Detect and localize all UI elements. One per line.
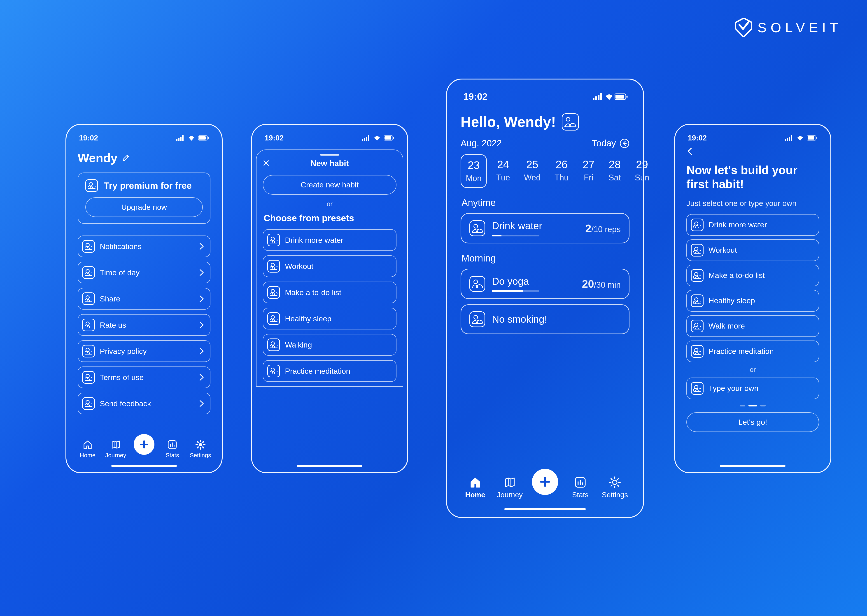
image-icon [691, 294, 704, 307]
stats-icon [574, 476, 587, 489]
screen-home: 19:02 Hello, Wendy! Aug. 2022 Today 23Mo… [446, 79, 644, 518]
nav-home[interactable]: Home [463, 476, 488, 499]
preset-drink-more-water[interactable]: Drink more water [263, 229, 396, 251]
today-button[interactable]: Today [592, 138, 630, 148]
settings-item-privacy-policy[interactable]: Privacy policy [78, 340, 210, 362]
svg-rect-23 [393, 137, 394, 139]
chevron-right-icon [199, 400, 204, 407]
habit-card-do-yoga[interactable]: Do yoga20/30 min [460, 269, 630, 299]
svg-rect-27 [600, 93, 602, 100]
signal-icon [176, 135, 185, 141]
lets-go-button[interactable]: Let's go! [686, 412, 819, 432]
home-indicator [111, 465, 177, 467]
habit-card-no-smoking-[interactable]: No smoking! [460, 304, 630, 334]
image-icon [691, 218, 704, 231]
settings-item-send-feedback[interactable]: Send feedback [78, 393, 210, 414]
habit-group-label: Morning [462, 253, 630, 264]
svg-rect-30 [627, 96, 628, 98]
svg-rect-2 [180, 137, 182, 141]
settings-item-share[interactable]: Share [78, 288, 210, 310]
or-divider: or [263, 200, 396, 208]
greeting: Hello, Wendy! [460, 113, 556, 130]
map-icon [503, 476, 516, 489]
back-circle-icon [620, 138, 630, 148]
settings-item-time-of-day[interactable]: Time of day [78, 262, 210, 283]
back-button[interactable] [686, 147, 819, 157]
calendar-day-27[interactable]: 27Fri [578, 154, 599, 188]
habit-group-label: Anytime [462, 197, 630, 208]
wifi-icon [796, 135, 804, 141]
svg-rect-3 [182, 135, 184, 141]
drawer-handle[interactable] [320, 154, 339, 156]
habit-option-practice-meditation[interactable]: Practice meditation [686, 341, 819, 362]
image-icon [691, 244, 704, 256]
svg-rect-11 [196, 444, 198, 445]
gear-icon [608, 476, 621, 489]
home-icon [82, 439, 93, 450]
settings-item-label: Notifications [100, 242, 141, 251]
create-habit-button[interactable]: Create new habit [263, 175, 396, 195]
calendar-day-26[interactable]: 26Thu [550, 154, 573, 188]
battery-icon [614, 93, 628, 100]
image-icon [82, 319, 95, 331]
calendar-day-25[interactable]: 25Wed [520, 154, 545, 188]
svg-rect-24 [593, 98, 594, 100]
nav-stats[interactable]: Stats [568, 476, 593, 499]
image-icon [82, 292, 95, 305]
settings-item-notifications[interactable]: Notifications [78, 236, 210, 257]
nav-add-button[interactable] [532, 469, 558, 495]
preset-walking[interactable]: Walking [263, 334, 396, 356]
avatar-icon[interactable] [562, 113, 579, 130]
svg-rect-18 [364, 138, 365, 141]
nav-journey[interactable]: Journey [106, 439, 126, 459]
nav-add-button[interactable] [134, 434, 154, 455]
preset-practice-meditation[interactable]: Practice meditation [263, 360, 396, 382]
type-own-input[interactable]: Type your own [686, 377, 819, 399]
settings-item-rate-us[interactable]: Rate us [78, 314, 210, 336]
edit-name-icon[interactable] [122, 154, 130, 162]
habit-card-drink-water[interactable]: Drink water2/10 reps [460, 213, 630, 244]
habit-option-make-a-to-do-list[interactable]: Make a to-do list [686, 265, 819, 286]
bottom-nav: Home Journey Stats Settings [447, 469, 643, 499]
preset-make-a-to-do-list[interactable]: Make a to-do list [263, 281, 396, 303]
preset-workout[interactable]: Workout [263, 255, 396, 277]
image-icon [470, 276, 485, 292]
status-time: 19:02 [463, 91, 487, 102]
nav-settings[interactable]: Settings [190, 439, 210, 459]
habit-option-workout[interactable]: Workout [686, 239, 819, 261]
calendar-day-28[interactable]: 28Sat [604, 154, 625, 188]
svg-point-33 [613, 480, 617, 484]
option-label: Walk more [708, 322, 745, 330]
chevron-right-icon [199, 374, 204, 381]
nav-stats[interactable]: Stats [162, 439, 182, 459]
preset-healthy-sleep[interactable]: Healthy sleep [263, 308, 396, 330]
svg-rect-37 [791, 135, 792, 141]
new-habit-drawer: New habit Create new habit or Choose fro… [256, 149, 403, 387]
calendar-day-29[interactable]: 29Sun [630, 154, 654, 188]
nav-settings[interactable]: Settings [602, 476, 627, 499]
svg-rect-40 [817, 137, 817, 139]
image-icon [267, 338, 280, 351]
image-icon [267, 260, 280, 273]
settings-item-label: Share [100, 294, 120, 303]
calendar-day-24[interactable]: 24Tue [492, 154, 515, 188]
chevron-right-icon [199, 295, 204, 303]
habit-option-healthy-sleep[interactable]: Healthy sleep [686, 290, 819, 312]
image-icon [82, 371, 95, 383]
preset-label: Practice meditation [285, 367, 350, 376]
habit-count: 20/30 min [582, 278, 621, 290]
upgrade-button[interactable]: Upgrade now [85, 197, 203, 217]
svg-point-8 [199, 443, 202, 446]
svg-rect-9 [200, 440, 201, 442]
settings-item-terms-of-use[interactable]: Terms of use [78, 366, 210, 388]
chevron-right-icon [199, 242, 204, 250]
nav-home[interactable]: Home [77, 439, 98, 459]
close-button[interactable] [263, 160, 270, 167]
habit-option-walk-more[interactable]: Walk more [686, 315, 819, 337]
calendar-day-23[interactable]: 23Mon [460, 154, 487, 188]
nav-journey[interactable]: Journey [497, 476, 522, 499]
settings-item-label: Rate us [100, 321, 126, 330]
habit-name: Drink water [492, 220, 578, 231]
habit-option-drink-more-water[interactable]: Drink more water [686, 214, 819, 236]
page-indicator [686, 405, 819, 407]
